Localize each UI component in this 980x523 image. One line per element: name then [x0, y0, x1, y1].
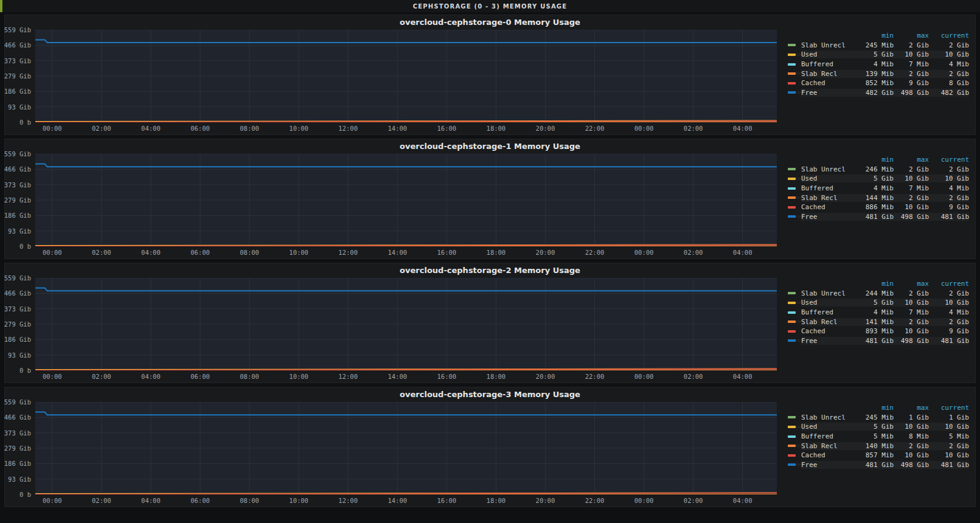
- legend-series-name[interactable]: Slab Unrecl: [801, 165, 853, 173]
- panel-title[interactable]: overcloud-cephstorage-2 Memory Usage: [5, 263, 975, 278]
- series-color-icon: [788, 54, 796, 56]
- series-color-icon: [788, 302, 796, 304]
- legend-series-swatch[interactable]: [788, 311, 801, 314]
- legend-series-swatch[interactable]: [788, 178, 801, 180]
- legend-series-name[interactable]: Slab Recl: [801, 318, 853, 326]
- chart-panel: overcloud-cephstorage-0 Memory Usage 559…: [4, 15, 976, 135]
- panel-title[interactable]: overcloud-cephstorage-1 Memory Usage: [5, 139, 975, 154]
- legend-series-swatch[interactable]: [788, 206, 801, 209]
- legend-series-name[interactable]: Cached: [801, 451, 853, 459]
- series-line-free: [35, 40, 777, 43]
- legend-max-value: 8 Mib: [894, 432, 929, 440]
- y-tick-label: 93 Gib: [8, 227, 31, 235]
- legend-series-swatch[interactable]: [788, 44, 801, 46]
- legend-series-name[interactable]: Free: [801, 461, 853, 469]
- y-tick-label: 186 Gib: [4, 212, 31, 219]
- legend-series-name[interactable]: Used: [801, 299, 853, 307]
- legend-series-name[interactable]: Free: [801, 213, 853, 221]
- legend-series-swatch[interactable]: [788, 302, 801, 304]
- legend-series-name[interactable]: Used: [801, 175, 853, 182]
- y-tick-label: 279 Gib: [4, 196, 31, 204]
- legend-series-swatch[interactable]: [788, 196, 801, 199]
- legend-series-swatch[interactable]: [788, 320, 801, 323]
- sidebar-menu-sliver[interactable]: [0, 0, 2, 12]
- series-color-icon: [788, 44, 796, 46]
- legend-series-swatch[interactable]: [788, 63, 801, 66]
- y-tick-label: 186 Gib: [4, 88, 31, 95]
- legend-max-value: 10 Gib: [894, 299, 929, 307]
- x-tick-label: 20:00: [536, 125, 555, 132]
- legend-series-name[interactable]: Slab Unrecl: [801, 41, 853, 49]
- legend-series-swatch[interactable]: [788, 82, 801, 85]
- legend-series-name[interactable]: Slab Recl: [801, 70, 853, 78]
- series-color-icon: [788, 311, 796, 314]
- series-line-free: [35, 412, 777, 415]
- x-tick-label: 00:00: [43, 249, 62, 256]
- legend-series-swatch[interactable]: [788, 187, 801, 190]
- plot-area[interactable]: [35, 278, 777, 370]
- legend-series-name[interactable]: Used: [801, 423, 853, 431]
- x-axis: 00:0002:0004:0006:0008:0010:0012:0014:00…: [35, 370, 777, 383]
- legend-current-value: 2 Gib: [929, 41, 969, 49]
- x-axis-row: 00:0002:0004:0006:0008:0010:0012:0014:00…: [5, 494, 975, 507]
- legend-series-swatch[interactable]: [788, 54, 801, 56]
- series-color-icon: [788, 463, 796, 466]
- x-tick-label: 02:00: [92, 497, 111, 504]
- legend-series-swatch[interactable]: [788, 416, 801, 418]
- legend-series-swatch[interactable]: [788, 339, 801, 342]
- legend-series-swatch[interactable]: [788, 168, 801, 170]
- plot-area[interactable]: [35, 402, 777, 494]
- y-tick-label: 0 b: [19, 119, 31, 126]
- legend-max-value: 10 Gib: [894, 451, 929, 459]
- legend-series-name[interactable]: Free: [801, 337, 853, 345]
- legend-current-value: 2 Gib: [929, 165, 969, 173]
- chart-row: 559 Gib466 Gib373 Gib279 Gib186 Gib93 Gi…: [5, 154, 975, 246]
- legend-series-name[interactable]: Used: [801, 50, 853, 58]
- legend-max-value: 2 Gib: [894, 318, 929, 326]
- x-axis: 00:0002:0004:0006:0008:0010:0012:0014:00…: [35, 246, 777, 258]
- legend-series-swatch[interactable]: [788, 215, 801, 218]
- legend-series-swatch[interactable]: [788, 435, 801, 438]
- legend-series-name[interactable]: Buffered: [801, 60, 853, 68]
- x-tick-label: 06:00: [190, 249, 210, 256]
- legend-series-name[interactable]: Buffered: [801, 308, 853, 316]
- legend-min-value: 5 Mib: [853, 432, 894, 440]
- legend-series-swatch[interactable]: [788, 330, 801, 333]
- y-tick-label: 373 Gib: [4, 305, 31, 313]
- legend-series-name[interactable]: Cached: [801, 79, 853, 87]
- legend-series-swatch[interactable]: [788, 445, 801, 447]
- x-tick-label: 16:00: [437, 249, 456, 256]
- legend-series-swatch[interactable]: [788, 91, 801, 94]
- legend-current-value: 9 Gib: [929, 203, 969, 211]
- plot-area[interactable]: [35, 154, 777, 246]
- legend-series-name[interactable]: Slab Recl: [801, 194, 853, 202]
- panel-title[interactable]: overcloud-cephstorage-3 Memory Usage: [5, 387, 975, 402]
- legend-series-name[interactable]: Buffered: [801, 184, 853, 192]
- series-color-icon: [788, 82, 796, 85]
- legend-series-swatch[interactable]: [788, 72, 801, 75]
- legend-series-name[interactable]: Buffered: [801, 432, 853, 440]
- y-tick-label: 466 Gib: [4, 289, 31, 297]
- legend-max-value: 7 Mib: [894, 184, 929, 192]
- y-tick-label: 466 Gib: [4, 414, 31, 421]
- legend-series-swatch[interactable]: [788, 426, 801, 428]
- series-color-icon: [788, 416, 796, 418]
- x-tick-label: 04:00: [733, 249, 752, 256]
- x-tick-label: 02:00: [92, 373, 111, 380]
- legend-series-name[interactable]: Cached: [801, 327, 853, 335]
- legend-series-name[interactable]: Free: [801, 89, 853, 97]
- legend-series-swatch[interactable]: [788, 463, 801, 466]
- x-tick-label: 00:00: [43, 373, 62, 380]
- legend-series-name[interactable]: Cached: [801, 203, 853, 211]
- plot-area[interactable]: [35, 30, 777, 122]
- panel-title[interactable]: overcloud-cephstorage-0 Memory Usage: [5, 15, 975, 30]
- legend-series-swatch[interactable]: [788, 454, 801, 457]
- x-tick-label: 04:00: [733, 497, 752, 504]
- legend-series-name[interactable]: Slab Unrecl: [801, 414, 853, 421]
- legend-series-name[interactable]: Slab Unrecl: [801, 289, 853, 297]
- line-chart: [35, 30, 777, 122]
- legend-series-name[interactable]: Slab Recl: [801, 442, 853, 450]
- legend-series-swatch[interactable]: [788, 292, 801, 294]
- series-color-icon: [788, 196, 796, 199]
- x-tick-label: 10:00: [289, 373, 308, 380]
